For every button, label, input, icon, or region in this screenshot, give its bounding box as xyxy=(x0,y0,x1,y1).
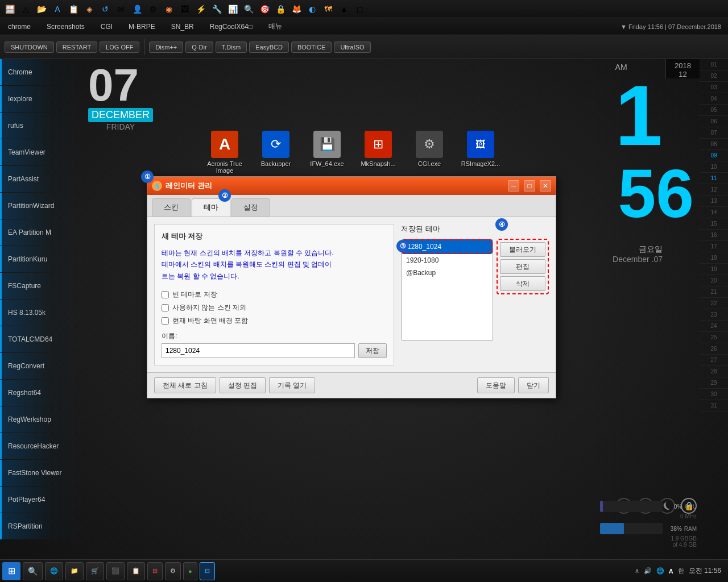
ql-bootice[interactable]: BOOTICE xyxy=(291,41,332,53)
sidebar-item-chrome[interactable]: Chrome xyxy=(0,59,85,85)
ql-tdism[interactable]: T.Dism xyxy=(216,41,247,53)
taskbar-icon-18[interactable]: 🔒 xyxy=(273,2,288,16)
taskbar-app-5[interactable]: ⬛ xyxy=(106,562,125,580)
sidebar-item-rufus[interactable]: rufus xyxy=(0,113,85,139)
menu-chrome[interactable]: chrome xyxy=(5,22,34,32)
edit-settings-button[interactable]: 설정 편집 xyxy=(220,377,266,393)
sidebar-item-partitionkuru[interactable]: PartitionKuru xyxy=(0,246,85,272)
menu-screenshots[interactable]: Screenshots xyxy=(43,22,88,32)
desktop-icon-cgi[interactable]: ⚙ CGI.exe xyxy=(410,131,449,174)
taskbar-icon-17[interactable]: 🎯 xyxy=(257,2,272,16)
checkbox-empty-input[interactable] xyxy=(162,291,169,298)
taskbar-icon-12[interactable]: 🖼 xyxy=(177,2,192,16)
sidebar-item-teamviewer[interactable]: TeamViewer xyxy=(0,139,85,165)
taskbar-speaker-icon[interactable]: 🔊 xyxy=(644,567,652,575)
checkbox-bg-input[interactable] xyxy=(162,317,169,325)
sidebar-item-rspartition[interactable]: RSPartition xyxy=(0,513,85,539)
desktop-icon-backupper[interactable]: ⟳ Backupper xyxy=(256,131,296,174)
sidebar-item-hs[interactable]: HS 8.13.05k xyxy=(0,300,85,326)
sidebar-item-resourcehacker[interactable]: ResourceHacker xyxy=(0,433,85,459)
taskbar-chevron[interactable]: ∧ xyxy=(635,567,639,575)
edit-theme-button[interactable]: 편집 xyxy=(500,259,545,274)
menu-mbrpe[interactable]: M-BRPE xyxy=(125,22,159,32)
tab-skin[interactable]: 스킨 xyxy=(152,198,191,217)
refresh-all-button[interactable]: 전체 새로 고침 xyxy=(154,377,216,393)
theme-name-input[interactable] xyxy=(162,343,355,358)
menu-regcool[interactable]: RegCoolX64□ xyxy=(206,22,256,32)
sidebar-item-partitionwizard[interactable]: PartitionWizard xyxy=(0,193,85,219)
taskbar-app-9[interactable]: ● xyxy=(183,562,197,580)
taskbar-icon-22[interactable]: ▲ xyxy=(337,2,351,16)
close-button[interactable]: ✕ xyxy=(540,180,551,192)
sidebar-item-partassist[interactable]: PartAssist xyxy=(0,166,85,192)
taskbar-icon-2[interactable]: △ xyxy=(18,2,33,16)
minimize-button[interactable]: ─ xyxy=(508,180,519,192)
desktop-icon-mksnap[interactable]: ⊞ MkSnapsh... xyxy=(358,131,398,174)
help-button[interactable]: 도움말 xyxy=(477,377,515,393)
taskbar-app-3[interactable]: 📁 xyxy=(65,562,84,580)
maximize-button[interactable]: □ xyxy=(524,180,535,192)
taskbar-app-6[interactable]: 📋 xyxy=(127,562,145,580)
themes-list[interactable]: 1280_1024 1920-1080 @Backup xyxy=(401,239,493,341)
theme-item-3[interactable]: @Backup xyxy=(402,267,493,279)
desktop-icon-rsimagex[interactable]: 🖼 RSImageX2... xyxy=(461,131,500,174)
sidebar-item-regconvert[interactable]: RegConvert xyxy=(0,353,85,379)
taskbar-icon-5[interactable]: 📋 xyxy=(66,2,81,16)
menu-snbr[interactable]: SN_BR xyxy=(168,22,197,32)
ql-logoff[interactable]: LOG OFF xyxy=(100,41,139,53)
taskbar-icon-9[interactable]: 👤 xyxy=(130,2,144,16)
taskbar-icon-10[interactable]: ⚙ xyxy=(146,2,160,16)
taskbar-app-8[interactable]: ⚙ xyxy=(165,562,181,580)
ql-dism[interactable]: Dism++ xyxy=(149,41,183,53)
checkbox-exclude-input[interactable] xyxy=(162,304,169,311)
open-log-button[interactable]: 기록 열기 xyxy=(269,377,315,393)
taskbar-icon-21[interactable]: 🗺 xyxy=(321,2,336,16)
taskbar-icon-16[interactable]: 🔍 xyxy=(241,2,256,16)
taskbar-icon-6[interactable]: ◈ xyxy=(82,2,97,16)
taskbar-icon-19[interactable]: 🦊 xyxy=(289,2,304,16)
menu-cgi[interactable]: CGI xyxy=(97,22,116,32)
sidebar-item-fscapture[interactable]: FSCapture xyxy=(0,273,85,299)
taskbar-app-4[interactable]: 🛒 xyxy=(86,562,104,580)
taskbar-icon-23[interactable]: ◻ xyxy=(353,2,367,16)
taskbar-icon-11[interactable]: ◉ xyxy=(162,2,176,16)
taskbar-app-2[interactable]: 🌐 xyxy=(45,562,63,580)
taskbar-icon-3[interactable]: 📂 xyxy=(34,2,49,16)
sidebar-item-iexplore[interactable]: Iexplore xyxy=(0,86,85,112)
taskbar-app-1[interactable]: 🔍 xyxy=(23,562,43,580)
load-theme-button[interactable]: 불러오기 xyxy=(500,242,545,257)
ql-ultraiso[interactable]: UltraISO xyxy=(334,41,370,53)
taskbar-icon-15[interactable]: 📊 xyxy=(225,2,240,16)
taskbar-icon-13[interactable]: ⚡ xyxy=(193,2,208,16)
sidebar-item-regwerkshop[interactable]: RegWerkshop xyxy=(0,406,85,433)
ql-easybcd[interactable]: EasyBCD xyxy=(249,41,289,53)
ql-shutdown[interactable]: SHUTDOWN xyxy=(5,41,54,53)
close-dialog-button[interactable]: 닫기 xyxy=(518,377,549,393)
taskbar-input-icon[interactable]: 한 xyxy=(678,567,684,575)
taskbar-icon-7[interactable]: ↺ xyxy=(98,2,113,16)
taskbar-icon-8[interactable]: ✉ xyxy=(114,2,129,16)
taskbar-icon-1[interactable]: 🪟 xyxy=(2,2,17,16)
taskbar-icon-20[interactable]: ◐ xyxy=(305,2,320,16)
menu-extra[interactable]: 매뉴 xyxy=(265,20,286,32)
sidebar-item-regshot[interactable]: Regshot64 xyxy=(0,380,85,406)
taskbar-icon-14[interactable]: 🔧 xyxy=(209,2,224,16)
sidebar-item-potplayer[interactable]: PotPlayer64 xyxy=(0,487,85,513)
taskbar-icon-4[interactable]: A xyxy=(50,2,65,16)
sidebar-item-faststone[interactable]: FastStone Viewer xyxy=(0,460,85,486)
theme-item-2[interactable]: 1920-1080 xyxy=(402,254,493,267)
ql-restart[interactable]: RESTART xyxy=(56,41,97,53)
sidebar-item-totalcmd[interactable]: TOTALCMD64 xyxy=(0,326,85,352)
desktop-icon-acronis[interactable]: A Acronis True Image xyxy=(205,131,245,174)
taskbar-ime-icon[interactable]: A xyxy=(669,568,673,575)
delete-theme-button[interactable]: 삭제 xyxy=(500,276,545,291)
taskbar-app-7[interactable]: ⊞ xyxy=(147,562,163,580)
save-theme-button[interactable]: 저장 xyxy=(358,343,387,358)
taskbar-network-icon[interactable]: 🌐 xyxy=(656,567,664,575)
tab-settings[interactable]: 설정 xyxy=(231,198,270,217)
desktop-icon-ifw[interactable]: 💾 IFW_64.exe xyxy=(307,131,347,174)
taskbar-app-active[interactable]: ⊟ xyxy=(200,562,215,580)
sidebar-item-ea-partition[interactable]: EA Partition M xyxy=(0,219,85,246)
theme-item-1[interactable]: 1280_1024 xyxy=(402,239,493,254)
ql-qdir[interactable]: Q-Dir xyxy=(185,41,213,53)
